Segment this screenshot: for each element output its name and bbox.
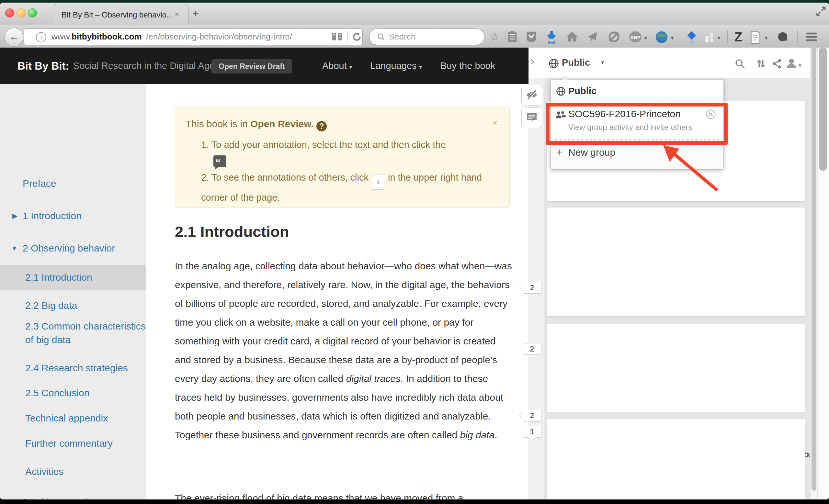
account-person-icon[interactable] (785, 57, 798, 70)
toc-item-3-asking-questions[interactable]: 3 Asking questions (23, 496, 104, 500)
site-header: Bit By Bit: Social Research in the Digit… (0, 48, 529, 84)
annotation-bucket-below[interactable]: 1 (522, 426, 541, 438)
account-caret-icon[interactable]: ▾ (799, 62, 801, 69)
browser-window: Bit By Bit – Observing behavio... × + i … (0, 3, 829, 500)
chevron-right-icon[interactable]: ▶ (12, 499, 17, 500)
toc-item-preface[interactable]: Preface (23, 177, 56, 190)
zotero-icon[interactable]: Z (731, 30, 746, 43)
url-domain: bitbybitbook.com (72, 29, 142, 45)
menu-hamburger-icon[interactable] (805, 30, 819, 43)
book-content: This book is in Open Review. ? × 1. To a… (146, 84, 529, 500)
nav-buy-the-book[interactable]: Buy the book (440, 48, 495, 84)
toc-item-2-observing-behavior[interactable]: 2 Observing behavior (23, 242, 115, 255)
highlight-box (546, 103, 728, 145)
download-arrow-icon[interactable] (546, 30, 560, 43)
adblock-plus-icon[interactable]: ABP (628, 30, 643, 43)
search-input[interactable]: Search (369, 29, 484, 45)
reload-icon[interactable] (351, 31, 362, 42)
annotation-bucket[interactable]: 2 (522, 410, 541, 421)
pocket-shield-icon[interactable] (526, 30, 540, 43)
annotate-quote-icon: “ (213, 155, 226, 167)
site-tagline: Social Research in the Digital Age (73, 48, 215, 84)
toc-item-2-2-big-data[interactable]: 2.2 Big data (25, 299, 77, 312)
hide-highlights-button[interactable] (521, 85, 542, 106)
adblock-caret-icon[interactable]: ▾ (644, 35, 647, 41)
minimize-window-button[interactable] (16, 8, 26, 17)
document-extension-icon[interactable] (750, 30, 764, 43)
history-restore-icon[interactable] (608, 30, 622, 43)
evernote-elephant-icon[interactable] (777, 30, 791, 43)
group-option-public[interactable]: Public (551, 80, 723, 103)
site-info-icon[interactable]: i (36, 32, 46, 42)
tab-close-icon[interactable]: × (175, 4, 179, 25)
notice-item-2: 2. To see the annotations of others, cli… (201, 169, 509, 205)
share-page-icon[interactable] (771, 58, 782, 69)
toc-item-2-1-introduction[interactable]: 2.1 Introduction (25, 271, 92, 284)
stats-caret-icon[interactable]: ▾ (718, 35, 720, 41)
sidebar-scrollbar-thumb[interactable] (812, 46, 816, 491)
back-button[interactable]: ← (4, 28, 23, 47)
plus-icon: + (556, 146, 563, 158)
toolbar-divider (727, 30, 728, 43)
translate-caret-icon[interactable]: ▾ (671, 35, 674, 41)
eye-slash-icon (526, 89, 538, 100)
chevron-down-icon: ▾ (350, 64, 352, 70)
close-window-button[interactable] (5, 8, 14, 17)
translate-globe-icon[interactable] (655, 30, 669, 43)
gem-extension-icon[interactable] (685, 30, 699, 43)
document-caret-icon[interactable]: ▾ (765, 35, 767, 41)
tab-title: Bit By Bit – Observing behavio... (62, 4, 173, 25)
group-selector[interactable]: Public (562, 48, 590, 78)
chevron-down-icon[interactable]: ▼ (11, 244, 18, 252)
search-placeholder: Search (389, 29, 416, 45)
help-icon[interactable]: ? (316, 121, 327, 131)
annotation-arrow (641, 142, 732, 200)
toc-item-activities[interactable]: Activities (25, 465, 64, 478)
url-www: www. (51, 29, 72, 45)
notice-close-icon[interactable]: × (493, 118, 497, 128)
browser-tab[interactable]: Bit By Bit – Observing behavio... × (53, 4, 188, 25)
toc-item-2-5-conclusion[interactable]: 2.5 Conclusion (25, 387, 89, 399)
annotation-bucket[interactable]: 2 (522, 282, 541, 294)
chevron-right-icon[interactable]: ▶ (12, 212, 17, 220)
reading-list-icon[interactable] (507, 30, 521, 43)
sidebar-collapse-icon[interactable]: › (531, 54, 534, 68)
nav-languages[interactable]: Languages ▾ (370, 48, 422, 84)
toc-item-1-introduction[interactable]: 1 Introduction (23, 209, 82, 222)
toolbar-divider (681, 30, 681, 43)
zoom-window-button[interactable] (28, 8, 37, 17)
site-brand[interactable]: Bit By Bit: (17, 48, 69, 84)
nav-about[interactable]: About ▾ (322, 48, 352, 84)
stats-bars-icon[interactable] (704, 30, 718, 43)
annotation-card[interactable]: janetxu Sep 25 For example, every time y… (547, 207, 805, 316)
group-caret-icon[interactable]: ▾ (601, 48, 604, 78)
table-of-contents: Preface ▶ 1 Introduction ▼ 2 Observing b… (0, 84, 146, 500)
new-tab-button[interactable]: + (192, 7, 199, 20)
home-icon[interactable] (566, 30, 580, 43)
toc-item-further-commentary[interactable]: Further commentary (25, 437, 113, 450)
send-plane-icon[interactable] (586, 30, 600, 43)
window-titlebar: Bit By Bit – Observing behavio... × + (0, 3, 829, 25)
annotation-search-icon[interactable] (734, 58, 746, 69)
bookmark-star-icon[interactable]: ☆ (488, 30, 502, 43)
new-page-note-button[interactable] (521, 108, 542, 128)
annotation-card[interactable]: hrthomas Sep 25 Together add comma after… (547, 419, 805, 500)
notice-item-1: 1. To add your annotation, select the te… (201, 137, 512, 172)
back-arrow-icon: ← (9, 31, 19, 42)
browser-scrollbar-thumb[interactable] (819, 48, 827, 170)
sidebar-expander-icon: ‹ (371, 174, 385, 190)
toc-item-technical-appendix[interactable]: Technical appendix (25, 412, 108, 425)
globe-icon (548, 58, 559, 69)
reader-mode-icon[interactable] (331, 32, 343, 42)
urlbar-divider (348, 31, 348, 43)
open-review-notice: This book is in Open Review. ? × 1. To a… (175, 106, 510, 208)
toc-item-2-3-common-characteristics[interactable]: 2.3 Common characteristics of big data (25, 319, 146, 347)
new-group-label: New group (568, 147, 615, 158)
search-icon (376, 32, 386, 41)
annotation-bucket[interactable]: 2 (522, 343, 541, 355)
fullscreen-icon[interactable] (816, 6, 826, 17)
url-bar[interactable]: i www. bitbybitbook.com /en/observing-be… (24, 29, 363, 45)
annotation-card[interactable]: hrthomas Sep 25 analyzable analyzed (547, 324, 805, 413)
toc-item-2-4-research-strategies[interactable]: 2.4 Research strategies (25, 361, 128, 375)
sort-annotations-icon[interactable] (755, 58, 767, 69)
